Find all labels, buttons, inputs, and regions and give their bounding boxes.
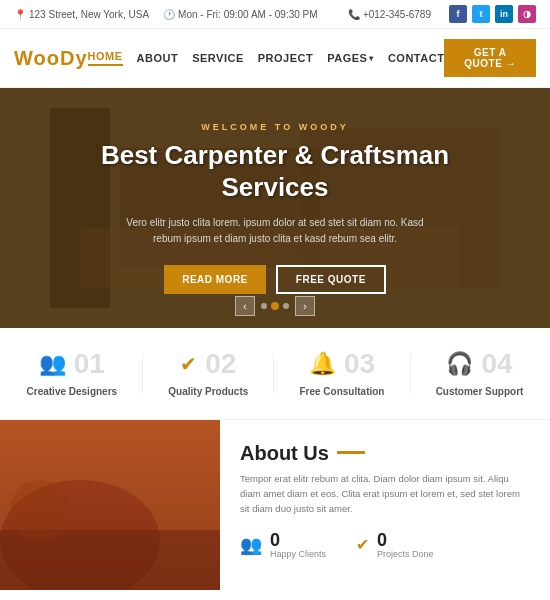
main-nav: HOME ABOUT SERVICE PROJECT PAGES ▾ CONTA… [88,50,445,66]
phone-icon: 📞 [348,9,360,20]
nav-project[interactable]: PROJECT [258,52,313,64]
feature-creative-designers: 👥 01 Creative Designers [27,350,118,397]
nav-service[interactable]: SERVICE [192,52,244,64]
nav-contact[interactable]: CONTACT [388,52,444,64]
about-description: Tempor erat elitr rebum at clita. Diam d… [240,471,530,517]
slider-dot-1[interactable] [261,303,267,309]
about-section: About Us Tempor erat elitr rebum at clit… [0,420,550,590]
feature-customer-support: 🎧 04 Customer Support [436,350,524,397]
top-bar-left: 📍 123 Street, New York, USA 🕐 Mon - Fri:… [14,9,318,20]
nav-home[interactable]: HOME [88,50,123,66]
free-consultation-icon: 🔔 [309,351,336,377]
customer-support-icon: 🎧 [446,351,473,377]
feature-num-4: 04 [481,350,512,378]
projects-done-icon: ✔ [356,535,369,554]
read-more-button[interactable]: Read More [164,265,266,294]
phone: 📞 +012-345-6789 [348,9,431,20]
header: WooDy HOME ABOUT SERVICE PROJECT PAGES ▾… [0,29,550,88]
location-icon: 📍 [14,9,26,20]
hero-description: Vero elitr justo clita lorem. ipsum dolo… [115,215,435,247]
logo: WooDy [14,47,88,70]
feature-divider-3 [410,354,411,394]
slider-prev-button[interactable]: ‹ [235,296,255,316]
feature-divider-1 [142,354,143,394]
hours: 🕐 Mon - Fri: 09:00 AM - 09:30 PM [163,9,318,20]
social-icons: f t in ◑ [449,5,536,23]
hero-section: WELCOME TO WOODY Best Carpenter & Crafts… [0,88,550,328]
about-title-decoration [337,451,365,454]
happy-clients-number: 0 [270,531,326,549]
about-stats: 👥 0 Happy Clients ✔ 0 Projects Done [240,531,530,559]
logo-text-part1: Woo [14,47,60,69]
feature-label-2: Quality Products [168,386,248,397]
feature-label-1: Creative Designers [27,386,118,397]
top-bar-right: 📞 +012-345-6789 f t in ◑ [348,5,536,23]
projects-done-number: 0 [377,531,434,549]
feature-num-2: 02 [205,350,236,378]
free-quote-button[interactable]: Free Quote [276,265,386,294]
hero-pretitle: WELCOME TO WOODY [201,122,348,132]
twitter-icon[interactable]: t [472,5,490,23]
happy-clients-label: Happy Clients [270,549,326,559]
nav-about[interactable]: ABOUT [137,52,179,64]
about-image [0,420,220,590]
quality-products-icon: ✔ [180,352,197,376]
feature-num-3: 03 [344,350,375,378]
clock-icon: 🕐 [163,9,175,20]
chevron-down-icon: ▾ [369,54,374,63]
stat-happy-clients: 👥 0 Happy Clients [240,531,326,559]
get-quote-button[interactable]: Get A Quote → [444,39,536,77]
hero-title: Best Carpenter & Craftsman Services [101,140,449,202]
instagram-icon[interactable]: ◑ [518,5,536,23]
projects-done-label: Projects Done [377,549,434,559]
features-section: 👥 01 Creative Designers ✔ 02 Quality Pro… [0,328,550,420]
slider-dot-2[interactable] [271,302,279,310]
about-content: About Us Tempor erat elitr rebum at clit… [220,420,550,590]
linkedin-icon[interactable]: in [495,5,513,23]
address: 📍 123 Street, New York, USA [14,9,149,20]
facebook-icon[interactable]: f [449,5,467,23]
nav-pages[interactable]: PAGES ▾ [327,52,374,64]
logo-text-part2: Dy [60,47,88,69]
feature-num-1: 01 [74,350,105,378]
creative-designers-icon: 👥 [39,351,66,377]
feature-label-3: Free Consultation [299,386,384,397]
slider-dot-3[interactable] [283,303,289,309]
slider-dots [261,302,289,310]
slider-controls: ‹ › [235,296,315,316]
about-title: About Us [240,442,530,465]
top-bar: 📍 123 Street, New York, USA 🕐 Mon - Fri:… [0,0,550,29]
feature-quality-products: ✔ 02 Quality Products [168,350,248,397]
hero-buttons: Read More Free Quote [164,265,386,294]
happy-clients-icon: 👥 [240,534,262,556]
stat-projects-done: ✔ 0 Projects Done [356,531,434,559]
slider-next-button[interactable]: › [295,296,315,316]
feature-divider-2 [273,354,274,394]
feature-label-4: Customer Support [436,386,524,397]
feature-free-consultation: 🔔 03 Free Consultation [299,350,384,397]
